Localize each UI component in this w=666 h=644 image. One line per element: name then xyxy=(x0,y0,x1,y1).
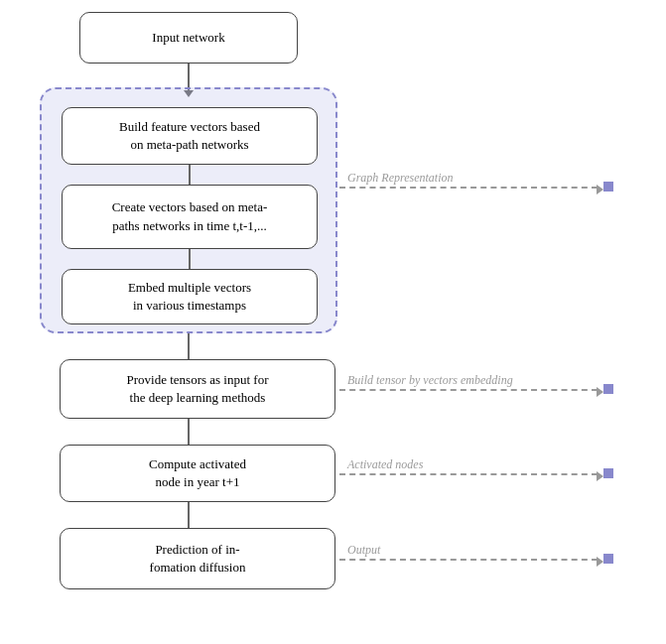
graph-rep-endpoint xyxy=(603,182,613,192)
create-vectors-label: Create vectors based on meta- paths netw… xyxy=(112,198,268,234)
build-feature-label: Build feature vectors based on meta-path… xyxy=(119,118,260,154)
embed-vectors-node: Embed multiple vectors in various timest… xyxy=(62,269,318,324)
build-tensor-label: Build tensor by vectors embedding xyxy=(347,373,513,388)
group-representation: Build feature vectors based on meta-path… xyxy=(40,87,337,333)
arrow-build-tensor xyxy=(339,389,598,391)
output-label: Output xyxy=(347,543,380,558)
activated-nodes-endpoint xyxy=(603,468,613,478)
embed-vectors-label: Embed multiple vectors in various timest… xyxy=(128,279,251,315)
prediction-node: Prediction of in- fomation diffusion xyxy=(60,528,335,589)
arrow-graph-rep xyxy=(339,187,598,189)
arrow-tensors-to-compute xyxy=(188,419,190,447)
arrow-group-to-tensors xyxy=(188,333,190,361)
compute-activated-node: Compute activated node in year t+1 xyxy=(60,445,335,502)
provide-tensors-node: Provide tensors as input for the deep le… xyxy=(60,359,335,419)
build-feature-node: Build feature vectors based on meta-path… xyxy=(62,107,318,165)
arrow-build-to-create xyxy=(189,165,191,187)
arrow-activated-nodes xyxy=(339,473,598,475)
diagram: Input network Build feature vectors base… xyxy=(0,0,666,644)
arrow-create-to-embed xyxy=(189,249,191,271)
input-network-label: Input network xyxy=(152,29,224,47)
create-vectors-node: Create vectors based on meta- paths netw… xyxy=(62,185,318,249)
graph-rep-label: Graph Representation xyxy=(347,171,454,186)
prediction-label: Prediction of in- fomation diffusion xyxy=(150,541,246,577)
arrow-compute-to-prediction xyxy=(188,502,190,530)
output-endpoint xyxy=(603,554,613,564)
provide-tensors-label: Provide tensors as input for the deep le… xyxy=(127,371,269,407)
build-tensor-endpoint xyxy=(603,384,613,394)
compute-activated-label: Compute activated node in year t+1 xyxy=(149,455,246,491)
input-network-node: Input network xyxy=(79,12,298,64)
activated-nodes-label: Activated nodes xyxy=(347,457,423,472)
arrow-output xyxy=(339,559,598,561)
